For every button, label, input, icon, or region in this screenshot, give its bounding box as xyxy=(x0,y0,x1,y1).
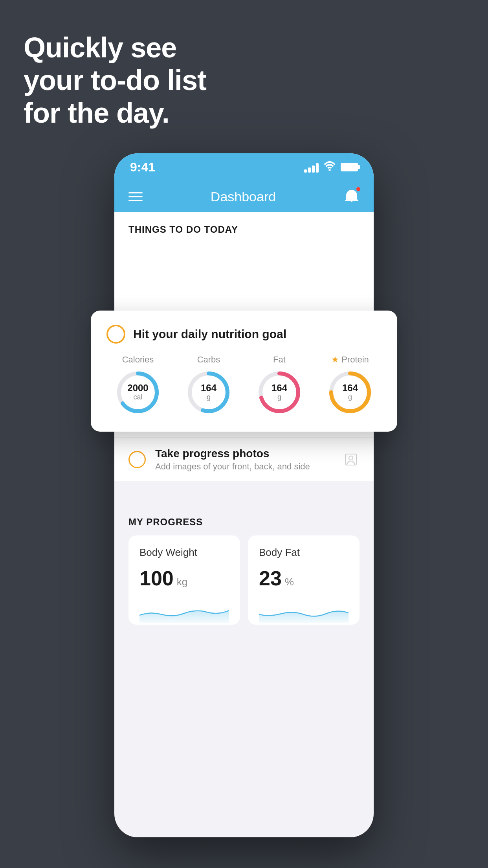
headline-line3: for the day. xyxy=(24,97,206,129)
donut-unit-calories: cal xyxy=(127,394,148,402)
svg-point-0 xyxy=(328,169,330,171)
nutrition-label-calories: Calories xyxy=(122,355,154,365)
progress-section-title: MY PROGRESS xyxy=(128,517,360,528)
headline: Quickly see your to-do list for the day. xyxy=(24,31,206,129)
mid-spacer xyxy=(114,481,374,505)
progress-card-body-fat[interactable]: Body Fat 23 % xyxy=(248,535,360,625)
nutrition-grid: Calories 2000 cal Carbs xyxy=(106,355,382,416)
donut-unit-carbs: g xyxy=(201,394,216,402)
section-today-header: THINGS TO DO TODAY xyxy=(114,212,374,241)
donut-text-carbs: 164 g xyxy=(201,383,216,401)
nutrition-item-fat: Fat 164 g xyxy=(248,355,311,416)
section-today-title: THINGS TO DO TODAY xyxy=(128,224,238,235)
donut-value-protein: 164 xyxy=(342,383,358,393)
donut-value-calories: 2000 xyxy=(127,383,148,393)
progress-card-title-weight: Body Weight xyxy=(139,546,229,559)
donut-calories: 2000 cal xyxy=(114,369,161,416)
nav-bar: Dashboard xyxy=(114,181,374,212)
todo-subtitle-photos: Add images of your front, back, and side xyxy=(155,462,333,472)
notification-dot xyxy=(356,186,361,192)
nutrition-item-carbs: Carbs 164 g xyxy=(177,355,240,416)
nav-title: Dashboard xyxy=(211,189,276,204)
donut-text-calories: 2000 cal xyxy=(127,383,148,401)
signal-icon xyxy=(304,162,319,173)
phone-frame-wrapper: 9:41 xyxy=(114,153,374,837)
donut-text-protein: 164 g xyxy=(342,383,358,401)
progress-unit-weight: kg xyxy=(177,576,187,588)
nutrition-item-calories: Calories 2000 cal xyxy=(106,355,169,416)
status-bar: 9:41 xyxy=(114,153,374,181)
status-icons xyxy=(304,161,358,173)
wifi-icon xyxy=(323,161,336,173)
svg-point-5 xyxy=(349,456,353,460)
progress-value-row-fat: 23 % xyxy=(259,566,349,590)
progress-card-body-weight[interactable]: Body Weight 100 kg xyxy=(128,535,240,625)
todo-item-photos[interactable]: Take progress photos Add images of your … xyxy=(114,438,374,481)
nutrition-circle-check xyxy=(106,325,125,344)
todo-title-photos: Take progress photos xyxy=(155,447,333,460)
progress-cards: Body Weight 100 kg xyxy=(128,535,360,625)
nutrition-label-fat: Fat xyxy=(273,355,286,365)
nutrition-label-protein: ★ Protein xyxy=(331,355,369,365)
status-time: 9:41 xyxy=(130,160,155,175)
progress-value-weight: 100 xyxy=(139,566,174,590)
headline-line2: your to-do list xyxy=(24,64,206,97)
donut-unit-fat: g xyxy=(272,394,287,402)
nutrition-card: Hit your daily nutrition goal Calories 2… xyxy=(91,311,397,432)
nutrition-label-protein-text: Protein xyxy=(341,355,369,365)
donut-text-fat: 164 g xyxy=(272,383,287,401)
donut-carbs: 164 g xyxy=(185,369,232,416)
donut-value-fat: 164 xyxy=(272,383,287,393)
todo-text-photos: Take progress photos Add images of your … xyxy=(155,447,333,472)
fat-wave-chart xyxy=(259,600,349,623)
todo-circle-photos xyxy=(128,451,146,468)
nutrition-card-title: Hit your daily nutrition goal xyxy=(133,327,286,341)
donut-protein: 164 g xyxy=(327,369,374,416)
person-icon xyxy=(342,451,360,468)
nutrition-label-carbs: Carbs xyxy=(197,355,220,365)
phone-frame: 9:41 xyxy=(114,153,374,837)
nutrition-card-header: Hit your daily nutrition goal xyxy=(106,325,382,344)
progress-card-title-fat: Body Fat xyxy=(259,546,349,559)
star-icon: ★ xyxy=(331,355,339,365)
headline-line1: Quickly see xyxy=(24,31,206,64)
progress-value-fat: 23 xyxy=(259,566,282,590)
progress-section: MY PROGRESS Body Weight 100 kg xyxy=(114,505,374,633)
hamburger-menu-icon[interactable] xyxy=(128,192,143,201)
nutrition-item-protein: ★ Protein 164 g xyxy=(319,355,382,416)
donut-unit-protein: g xyxy=(342,394,358,402)
donut-fat: 164 g xyxy=(256,369,303,416)
weight-wave-chart xyxy=(139,600,229,623)
battery-icon xyxy=(341,163,358,171)
progress-value-row-weight: 100 kg xyxy=(139,566,229,590)
donut-value-carbs: 164 xyxy=(201,383,216,393)
notification-bell-button[interactable] xyxy=(344,188,360,205)
progress-unit-fat: % xyxy=(285,576,294,588)
